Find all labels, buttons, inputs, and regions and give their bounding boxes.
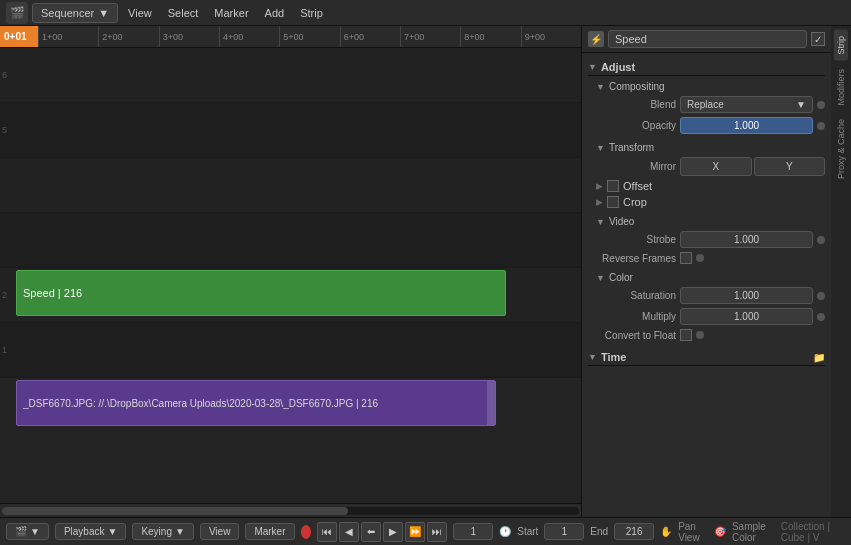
strip-enabled-checkbox[interactable]: ✓ — [811, 32, 825, 46]
timeline-content[interactable]: 6 5 2 1 Speed | 216 — [0, 48, 581, 503]
crop-checkbox[interactable] — [607, 196, 619, 208]
reverse-dot[interactable] — [696, 254, 704, 262]
offset-checkbox[interactable] — [607, 180, 619, 192]
strobe-label: Strobe — [596, 234, 676, 245]
compositing-header[interactable]: ▼ Compositing — [596, 79, 825, 94]
mirror-x-button[interactable]: X — [680, 157, 752, 176]
pan-view-label: Pan View — [678, 521, 708, 543]
timeline-row-3 — [0, 158, 581, 213]
panel-content: ▼ Adjust ▼ Compositing Blend Replace ▼ — [582, 53, 851, 517]
collection-info: Collection | Cube | V — [781, 521, 845, 543]
start-frame-field[interactable]: 1 — [544, 523, 584, 540]
color-header[interactable]: ▼ Color — [596, 270, 825, 285]
tab-strip[interactable]: Strip — [834, 30, 848, 61]
transform-subsection: ▼ Transform Mirror X Y ▶ Offset — [596, 140, 825, 210]
blend-dropdown[interactable]: Replace ▼ — [680, 96, 813, 113]
prev-button[interactable]: ⬅ — [361, 522, 381, 542]
color-arrow-icon: ▼ — [596, 273, 605, 283]
blend-dot[interactable] — [817, 101, 825, 109]
view-menu[interactable]: View — [200, 523, 240, 540]
scrollbar-thumb[interactable] — [2, 507, 348, 515]
play-button[interactable]: ▶ — [383, 522, 403, 542]
sequencer-label: Sequencer — [41, 7, 94, 19]
end-frame-field[interactable]: 216 — [614, 523, 654, 540]
multiply-field[interactable]: 1.000 — [680, 308, 813, 325]
record-button[interactable] — [301, 525, 312, 539]
ruler-tick-8: 8+00 — [460, 26, 520, 47]
menu-strip[interactable]: Strip — [294, 5, 329, 21]
next-button[interactable]: ⏩ — [405, 522, 425, 542]
reverse-frames-checkbox[interactable] — [680, 252, 692, 264]
main-layout: 0+01 1+00 2+00 3+00 4+00 5+00 6+00 7+00 … — [0, 26, 851, 517]
time-folder-icon[interactable]: 📁 — [813, 352, 825, 363]
clock-icon: 🕐 — [499, 526, 511, 537]
adjust-label: Adjust — [601, 61, 635, 73]
app-icon[interactable]: 🎬 — [6, 2, 28, 24]
sample-color-label: Sample Color — [732, 521, 775, 543]
strobe-dot[interactable] — [817, 236, 825, 244]
timeline-row-2: 5 — [0, 103, 581, 158]
menu-select[interactable]: Select — [162, 5, 205, 21]
ruler-tick-3: 3+00 — [159, 26, 219, 47]
multiply-row: Multiply 1.000 — [596, 306, 825, 327]
menu-view[interactable]: View — [122, 5, 158, 21]
playback-menu[interactable]: Playback ▼ — [55, 523, 126, 540]
current-frame-field[interactable]: 1 — [453, 523, 493, 540]
tab-proxy-cache[interactable]: Proxy & Cache — [834, 113, 848, 185]
blend-row: Blend Replace ▼ — [596, 94, 825, 115]
pan-icon: ✋ — [660, 526, 672, 537]
timeline-ruler: 0+01 1+00 2+00 3+00 4+00 5+00 6+00 7+00 … — [0, 26, 581, 48]
timeline-scrollbar[interactable] — [0, 503, 581, 517]
clip-right-handle[interactable] — [487, 381, 495, 425]
row-number-5: 5 — [2, 125, 7, 135]
crop-arrow-icon: ▶ — [596, 197, 603, 207]
mirror-buttons: X Y — [680, 157, 825, 176]
offset-row[interactable]: ▶ Offset — [596, 178, 825, 194]
row-number-6: 6 — [2, 70, 7, 80]
top-menu-bar: 🎬 Sequencer ▼ View Select Marker Add Str… — [0, 0, 851, 26]
video-subsection: ▼ Video Strobe 1.000 Reverse Frames — [596, 214, 825, 266]
adjust-section-header[interactable]: ▼ Adjust — [588, 57, 825, 76]
menu-add[interactable]: Add — [259, 5, 291, 21]
video-arrow-icon: ▼ — [596, 217, 605, 227]
jump-end-button[interactable]: ⏭ — [427, 522, 447, 542]
marker-menu[interactable]: Marker — [245, 523, 294, 540]
crop-row[interactable]: ▶ Crop — [596, 194, 825, 210]
menu-marker[interactable]: Marker — [208, 5, 254, 21]
bottom-right: ✋ Pan View 🎯 Sample Color Collection | C… — [660, 521, 845, 543]
end-label: End — [590, 526, 608, 537]
opacity-row: Opacity 1.000 — [596, 115, 825, 136]
reverse-label: Reverse Frames — [596, 253, 676, 264]
opacity-field[interactable]: 1.000 — [680, 117, 813, 134]
ruler-tick-4: 4+00 — [219, 26, 279, 47]
strip-name-field[interactable]: Speed — [608, 30, 807, 48]
bottom-bar: 🎬 ▼ Playback ▼ Keying ▼ View Marker ⏮ ◀ … — [0, 517, 851, 545]
adjust-arrow-icon: ▼ — [588, 62, 597, 72]
saturation-field[interactable]: 1.000 — [680, 287, 813, 304]
transform-header[interactable]: ▼ Transform — [596, 140, 825, 155]
strobe-field[interactable]: 1.000 — [680, 231, 813, 248]
opacity-dot[interactable] — [817, 122, 825, 130]
multiply-dot[interactable] — [817, 313, 825, 321]
clip-speed[interactable]: Speed | 216 — [16, 270, 506, 316]
color-subsection: ▼ Color Saturation 1.000 Multiply 1.000 — [596, 270, 825, 343]
time-section-header[interactable]: ▼ Time 📁 — [588, 347, 825, 366]
ruler-tick-5: 5+00 — [279, 26, 339, 47]
jump-start-button[interactable]: ⏮ — [317, 522, 337, 542]
saturation-dot[interactable] — [817, 292, 825, 300]
mirror-y-button[interactable]: Y — [754, 157, 826, 176]
ruler-tick-9: 9+00 — [521, 26, 581, 47]
scrollbar-track — [2, 507, 579, 515]
convert-float-checkbox[interactable] — [680, 329, 692, 341]
sequencer-dropdown[interactable]: Sequencer ▼ — [32, 3, 118, 23]
keying-label: Keying — [141, 526, 172, 537]
compositing-subsection: ▼ Compositing Blend Replace ▼ Opacity 1.… — [596, 79, 825, 136]
multiply-label: Multiply — [596, 311, 676, 322]
keying-menu[interactable]: Keying ▼ — [132, 523, 193, 540]
prev-frame-button[interactable]: ◀ — [339, 522, 359, 542]
convert-float-dot[interactable] — [696, 331, 704, 339]
editor-type-button[interactable]: 🎬 ▼ — [6, 523, 49, 540]
tab-modifiers[interactable]: Modifiers — [834, 63, 848, 112]
clip-image[interactable]: _DSF6670.JPG: //.\DropBox\Camera Uploads… — [16, 380, 496, 426]
video-header[interactable]: ▼ Video — [596, 214, 825, 229]
